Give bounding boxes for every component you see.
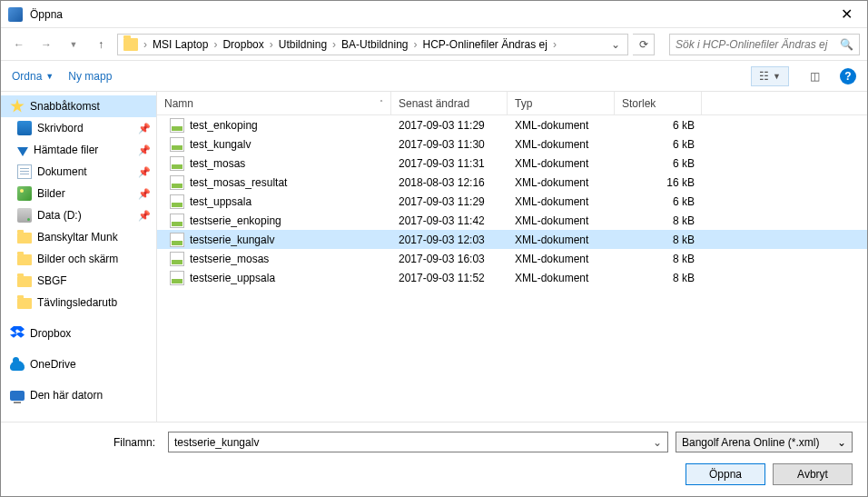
sidebar-item[interactable]: Bilder och skärm <box>1 248 156 270</box>
sidebar-item-label: SBGF <box>37 274 67 287</box>
search-field[interactable] <box>676 38 834 51</box>
chevron-right-icon[interactable]: › <box>142 38 149 51</box>
file-name: test_enkoping <box>190 119 258 132</box>
filename-input[interactable]: ⌄ <box>168 432 668 452</box>
breadcrumb-segment[interactable]: Dropbox <box>219 38 267 51</box>
folder-icon <box>17 233 32 244</box>
file-type: XML-dokument <box>508 195 615 208</box>
chevron-down-icon: ▼ <box>773 72 781 81</box>
search-input[interactable]: 🔍 <box>669 34 860 55</box>
sidebar-item[interactable]: Banskyltar Munk <box>1 226 156 248</box>
close-icon[interactable]: ✕ <box>833 4 860 25</box>
file-name: test_mosas <box>190 157 245 170</box>
filename-dropdown-icon[interactable]: ⌄ <box>647 436 662 449</box>
file-modified: 2017-09-03 11:52 <box>391 272 508 284</box>
recent-dropdown-icon[interactable]: ▼ <box>63 34 84 55</box>
filename-field[interactable] <box>174 436 647 449</box>
file-name: test_kungalv <box>190 138 251 151</box>
file-modified: 2017-09-03 11:42 <box>391 214 508 227</box>
file-row[interactable]: test_enkoping2017-09-03 11:29XML-dokumen… <box>157 115 867 134</box>
sidebar-item[interactable]: Skrivbord📌 <box>1 117 156 139</box>
xml-file-icon <box>170 137 184 152</box>
sidebar-dropbox-label: Dropbox <box>30 327 71 340</box>
pin-icon: 📌 <box>138 123 151 134</box>
breadcrumb-dropdown-icon[interactable]: ⌄ <box>607 38 624 51</box>
sidebar-dropbox[interactable]: Dropbox <box>1 323 156 344</box>
view-mode-button[interactable]: ☷ ▼ <box>751 66 789 86</box>
forward-icon[interactable]: → <box>35 34 57 55</box>
pin-icon: 📌 <box>138 144 151 156</box>
breadcrumb-segment[interactable]: BA-Utbildning <box>338 38 411 51</box>
window-title: Öppna <box>30 8 63 21</box>
xml-file-icon <box>170 156 184 171</box>
sidebar-item[interactable]: Tävlingsledarutb <box>1 292 156 313</box>
file-row[interactable]: testserie_enkoping2017-09-03 11:42XML-do… <box>157 211 867 230</box>
sidebar-item-label: Bilder <box>37 187 65 200</box>
drive-icon <box>17 208 32 223</box>
breadcrumb-segment[interactable]: MSI Laptop <box>149 38 212 51</box>
up-icon[interactable]: ↑ <box>90 34 112 55</box>
cancel-button[interactable]: Avbryt <box>773 463 853 485</box>
toolbar: Ordna ▼ Ny mapp ☷ ▼ ◫ ? <box>1 61 867 92</box>
file-modified: 2017-09-03 11:29 <box>391 119 508 132</box>
file-size: 16 kB <box>615 176 702 189</box>
button-row: Öppna Avbryt <box>15 463 853 485</box>
chevron-down-icon: ▼ <box>45 72 54 81</box>
file-size: 8 kB <box>615 214 702 227</box>
back-icon[interactable]: ← <box>8 34 30 55</box>
sidebar-item[interactable]: Hämtade filer📌 <box>1 139 156 161</box>
folder-icon <box>123 38 138 51</box>
column-header-name[interactable]: Namn ˄ <box>157 92 391 114</box>
file-type: XML-dokument <box>508 253 615 265</box>
cloud-icon <box>10 361 25 371</box>
file-row[interactable]: testserie_uppsala2017-09-03 11:52XML-dok… <box>157 268 867 287</box>
organize-button[interactable]: Ordna ▼ <box>12 70 54 83</box>
breadcrumb[interactable]: › MSI Laptop›Dropbox›Utbildning›BA-Utbil… <box>117 34 628 55</box>
preview-pane-button[interactable]: ◫ <box>804 66 825 86</box>
new-folder-button[interactable]: Ny mapp <box>68 70 112 83</box>
sidebar-quick-access[interactable]: Snabbåtkomst <box>1 95 156 117</box>
chevron-right-icon[interactable]: › <box>330 38 338 51</box>
file-size: 6 kB <box>615 138 702 151</box>
sidebar-onedrive[interactable]: OneDrive <box>1 353 156 375</box>
chevron-right-icon[interactable]: › <box>551 38 558 51</box>
doc-icon <box>17 164 32 179</box>
file-row[interactable]: test_mosas2017-09-03 11:31XML-dokument6 … <box>157 154 867 173</box>
folder-icon <box>17 276 32 287</box>
file-type: XML-dokument <box>508 119 615 132</box>
column-header-type[interactable]: Typ <box>508 92 615 114</box>
file-size: 8 kB <box>615 253 702 265</box>
pin-icon: 📌 <box>138 210 151 222</box>
open-button[interactable]: Öppna <box>686 463 765 485</box>
sidebar-item[interactable]: Data (D:)📌 <box>1 204 156 226</box>
sidebar-item[interactable]: Bilder📌 <box>1 183 156 204</box>
file-row[interactable]: test_kungalv2017-09-03 11:30XML-dokument… <box>157 134 867 154</box>
file-row[interactable]: testserie_kungalv2017-09-03 12:03XML-dok… <box>157 230 867 249</box>
file-size: 6 kB <box>615 195 702 208</box>
sidebar-item[interactable]: SBGF <box>1 270 156 292</box>
sidebar-this-pc[interactable]: Den här datorn <box>1 384 156 406</box>
column-headers: Namn ˄ Senast ändrad Typ Storlek <box>157 92 867 115</box>
file-row[interactable]: testserie_mosas2017-09-03 16:03XML-dokum… <box>157 249 867 268</box>
file-row[interactable]: test_uppsala2017-09-03 11:29XML-dokument… <box>157 192 867 211</box>
file-size: 6 kB <box>615 119 702 132</box>
app-icon <box>8 7 23 22</box>
xml-file-icon <box>170 118 184 133</box>
column-header-modified[interactable]: Senast ändrad <box>391 92 508 114</box>
filename-label: Filnamn: <box>15 436 161 449</box>
help-icon[interactable]: ? <box>840 68 856 84</box>
file-row[interactable]: test_mosas_resultat2018-08-03 12:16XML-d… <box>157 173 867 192</box>
file-name: test_uppsala <box>190 195 252 208</box>
breadcrumb-segment[interactable]: Utbildning <box>275 38 330 51</box>
refresh-icon[interactable]: ⟳ <box>633 34 655 55</box>
file-modified: 2018-08-03 12:16 <box>391 176 508 189</box>
open-file-dialog: Öppna ✕ ← → ▼ ↑ › MSI Laptop›Dropbox›Utb… <box>0 0 868 497</box>
filetype-select[interactable]: Bangolf Arena Online (*.xml) ⌄ <box>676 432 853 452</box>
nav-bar: ← → ▼ ↑ › MSI Laptop›Dropbox›Utbildning›… <box>1 28 867 61</box>
chevron-right-icon[interactable]: › <box>268 38 275 51</box>
column-header-size[interactable]: Storlek <box>615 92 702 114</box>
sort-arrow-icon: ˄ <box>380 99 383 107</box>
breadcrumb-segment[interactable]: HCP-Onlinefiler Ändras ej <box>419 38 550 51</box>
file-type: XML-dokument <box>508 138 615 151</box>
sidebar-item[interactable]: Dokument📌 <box>1 161 156 183</box>
